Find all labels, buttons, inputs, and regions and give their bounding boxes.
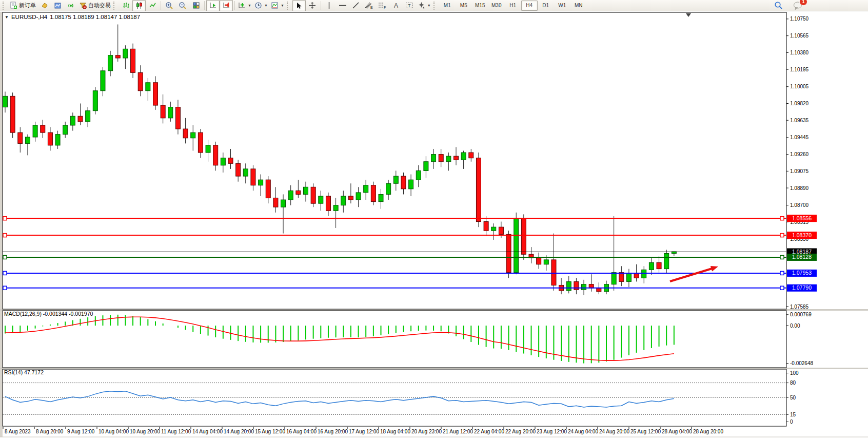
svg-text:1.07585: 1.07585 <box>790 304 809 310</box>
tile-windows-button[interactable] <box>189 0 203 11</box>
chart-menu-triangle-icon[interactable]: ▼ <box>5 15 9 20</box>
arrows-icon <box>418 2 425 9</box>
equidistant-channel-tool-button[interactable]: E <box>363 0 376 11</box>
svg-text:1.08556: 1.08556 <box>792 215 812 221</box>
indicators-button[interactable]: ▼ <box>236 0 253 11</box>
macd-pane: 0.0007690.00-0.002648 <box>5 312 813 366</box>
svg-text:9 Aug 12:00: 9 Aug 12:00 <box>67 429 95 434</box>
text-label-tool-button[interactable]: T <box>403 0 416 11</box>
svg-text:28 Aug 04:00: 28 Aug 04:00 <box>662 429 692 434</box>
timeframe-button-w1[interactable]: W1 <box>554 1 570 11</box>
svg-text:23 Aug 12:00: 23 Aug 12:00 <box>537 429 567 434</box>
market-watch-icon <box>41 2 48 9</box>
chart-ohlc-values: 1.08175 1.08189 1.08147 1.08187 <box>50 14 140 20</box>
text-icon: A <box>392 2 400 9</box>
signals-button[interactable] <box>64 0 77 11</box>
svg-text:16 Aug 04:00: 16 Aug 04:00 <box>286 429 317 434</box>
timeframe-button-m30[interactable]: M30 <box>488 1 505 11</box>
svg-text:1.08370: 1.08370 <box>792 232 812 238</box>
candlestick-icon <box>135 2 143 9</box>
svg-text:24 Aug 20:00: 24 Aug 20:00 <box>599 429 629 434</box>
svg-text:15 Aug 12:00: 15 Aug 12:00 <box>255 429 285 434</box>
svg-text:8 Aug 2023: 8 Aug 2023 <box>5 429 31 434</box>
svg-text:-0.002648: -0.002648 <box>790 360 813 366</box>
candlestick-mode-button[interactable] <box>132 0 146 11</box>
svg-text:1.09075: 1.09075 <box>790 168 809 174</box>
timeframe-button-d1[interactable]: D1 <box>538 1 554 11</box>
line-chart-mode-button[interactable] <box>146 0 159 11</box>
svg-text:T: T <box>408 3 411 8</box>
cursor-tool-button[interactable] <box>292 0 306 11</box>
crosshair-tool-button[interactable] <box>306 0 319 11</box>
search-icon <box>774 1 783 10</box>
timeframe-button-m1[interactable]: M1 <box>439 1 456 11</box>
toolbar-group-handle[interactable] <box>433 2 437 10</box>
timeframe-group: M1M5M15M30H1H4D1W1MN <box>439 1 587 11</box>
indicators-caret-icon: ▼ <box>248 4 251 7</box>
horizontal-line-icon <box>339 2 347 9</box>
toolbar-drag-handle[interactable] <box>3 2 6 10</box>
svg-text:1.10005: 1.10005 <box>790 84 809 89</box>
svg-text:1.08128: 1.08128 <box>792 254 812 260</box>
auto-trading-button[interactable]: 自动交易 <box>77 0 112 11</box>
svg-text:14 Aug 20:00: 14 Aug 20:00 <box>224 429 254 434</box>
timeframe-button-h4[interactable]: H4 <box>521 1 538 11</box>
trendline-icon <box>352 2 360 9</box>
svg-text:0.00: 0.00 <box>790 323 800 329</box>
templates-button[interactable]: ▼ <box>269 0 286 11</box>
auto-trading-icon <box>79 2 87 9</box>
svg-text:F: F <box>384 6 386 9</box>
timeframe-button-h1[interactable]: H1 <box>505 1 521 11</box>
toolbar-group-handle[interactable] <box>287 2 290 10</box>
auto-scroll-button[interactable] <box>206 0 220 11</box>
text-tool-button[interactable]: A <box>389 0 403 11</box>
signals-icon <box>67 2 75 9</box>
trendline-tool-button[interactable] <box>349 0 363 11</box>
new-order-label: 新订单 <box>19 2 36 9</box>
periods-caret-icon: ▼ <box>264 4 268 7</box>
zoom-in-icon <box>165 2 173 10</box>
horizontal-line-tool-button[interactable] <box>336 0 349 11</box>
zoom-in-button[interactable] <box>163 0 176 11</box>
chart-window-icon <box>54 2 62 9</box>
bar-chart-icon <box>122 2 130 9</box>
fibonacci-tool-button[interactable]: F <box>376 0 389 11</box>
search-button[interactable] <box>772 0 785 11</box>
timeframe-button-m5[interactable]: M5 <box>456 1 472 11</box>
svg-text:22 Aug 04:00: 22 Aug 04:00 <box>474 429 504 434</box>
svg-text:28 Aug 20:00: 28 Aug 20:00 <box>693 429 723 434</box>
price-axis: 1.107501.105651.103801.101951.100051.098… <box>786 16 809 309</box>
svg-text:50: 50 <box>790 395 796 401</box>
bar-chart-mode-button[interactable] <box>119 0 132 11</box>
svg-text:1.09635: 1.09635 <box>790 118 809 123</box>
cursor-icon <box>295 2 303 9</box>
vertical-line-tool-button[interactable] <box>323 0 336 11</box>
svg-text:16 Aug 20:00: 16 Aug 20:00 <box>318 429 348 434</box>
svg-text:18 Aug 04:00: 18 Aug 04:00 <box>380 429 410 434</box>
chart-symbol-timeframe: EURUSD-,H4 <box>11 14 47 20</box>
tile-windows-icon <box>192 2 200 9</box>
equidistant-channel-icon: E <box>365 2 373 9</box>
arrows-tool-button[interactable]: ▼ <box>416 0 432 11</box>
svg-text:21 Aug 12:00: 21 Aug 12:00 <box>443 429 473 434</box>
new-order-button[interactable]: 新订单 <box>8 0 37 11</box>
zoom-out-icon <box>179 2 187 10</box>
svg-text:A: A <box>394 2 398 9</box>
periods-button[interactable]: ▼ <box>253 0 269 11</box>
market-watch-button[interactable] <box>37 0 51 11</box>
toolbar-group-handle[interactable] <box>113 2 117 10</box>
price-chart[interactable]: 1.107501.105651.103801.101951.100051.098… <box>0 0 868 438</box>
notifications-button[interactable]: 1 <box>791 0 804 11</box>
timeframe-button-mn[interactable]: MN <box>570 1 587 11</box>
candles <box>3 25 677 295</box>
svg-text:1.10380: 1.10380 <box>790 50 809 55</box>
chart-shift-button[interactable] <box>220 0 233 11</box>
chart-window-button[interactable] <box>51 0 64 11</box>
svg-text:0.000769: 0.000769 <box>790 312 812 317</box>
svg-text:15: 15 <box>790 412 796 417</box>
zoom-out-button[interactable] <box>176 0 189 11</box>
arrows-caret-icon: ▼ <box>427 4 431 7</box>
timeframe-button-m15[interactable]: M15 <box>472 1 488 11</box>
new-order-icon <box>10 2 17 9</box>
time-axis: 8 Aug 20238 Aug 20:009 Aug 12:0010 Aug 0… <box>3 427 723 434</box>
